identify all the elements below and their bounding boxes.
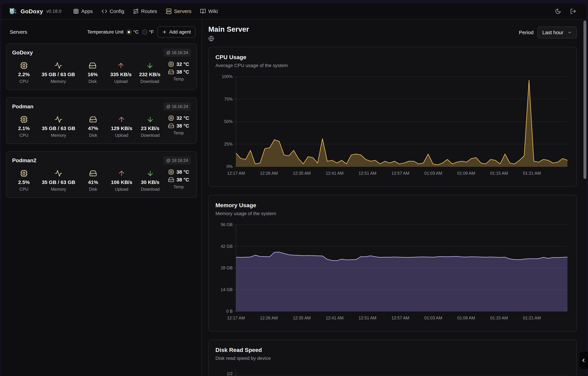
- temperature-unit-option-fahrenheit[interactable]: °F: [142, 29, 154, 35]
- hard-drive-icon: [89, 115, 97, 123]
- navbar-actions: [555, 8, 576, 14]
- svg-text:01:03 AM: 01:03 AM: [424, 315, 442, 320]
- stat-label: Disk: [88, 79, 97, 84]
- stat-value: 2.5%: [18, 179, 30, 185]
- theme-toggle-moon-icon[interactable]: [555, 8, 561, 14]
- stat-disk: 47%Disk: [83, 115, 103, 138]
- cpu-chip-icon: [168, 169, 174, 175]
- sidebar-header: Servers Temperature Unit °C°F Add agent: [6, 20, 197, 43]
- chart-card-disk-read-speed: Disk Read SpeedDisk read speed by device…: [208, 340, 577, 376]
- arrow-down-icon: [146, 169, 154, 177]
- stat-value: 30 KB/s: [141, 179, 160, 185]
- activity-icon: [55, 169, 62, 177]
- period-control: Period Last hour: [519, 27, 577, 38]
- hard-drive-icon: [89, 62, 96, 69]
- activity-icon: [54, 62, 62, 69]
- cpu-chip-icon: [168, 115, 174, 121]
- stat-label: Download: [141, 187, 160, 192]
- chart-title: Disk Read Speed: [215, 347, 570, 353]
- stat-cpu: 2.2%CPU: [14, 61, 34, 84]
- arrow-up-icon: [118, 169, 125, 177]
- main-panel: Main Server Period Last hour CPU UsageAv…: [202, 20, 587, 376]
- server-timestamp: @ 16:16:24: [163, 49, 191, 57]
- stat-temp: 32 °C38 °CTemp: [168, 115, 189, 138]
- hard-drive-icon: [89, 169, 97, 177]
- stat-cpu: 2.1%CPU: [14, 115, 34, 138]
- stat-cpu: 2.5%CPU: [14, 169, 34, 192]
- server-card-list: GoDoxy@ 16:16:242.2%CPU35 GB / 63 GBMemo…: [6, 43, 197, 198]
- nav-item-wiki[interactable]: Wiki: [200, 8, 218, 14]
- brand-name: GoDoxy: [21, 8, 43, 15]
- svg-text:12:51 AM: 12:51 AM: [359, 171, 376, 176]
- stat-memory: 35 GB / 63 GBMemory: [42, 61, 75, 84]
- nav-item-apps[interactable]: Apps: [73, 8, 93, 14]
- svg-text:75%: 75%: [224, 97, 233, 101]
- stat-label: Upload: [115, 133, 128, 138]
- logout-icon[interactable]: [570, 8, 576, 14]
- server-name: Podman2: [12, 157, 163, 164]
- main-scrollbar: [583, 20, 586, 374]
- chart-subtitle: Disk read speed by device: [215, 356, 570, 361]
- stat-label: Temp: [173, 77, 184, 82]
- add-agent-label: Add agent: [169, 29, 191, 35]
- svg-text:01:21 AM: 01:21 AM: [523, 171, 541, 176]
- server-name: GoDoxy: [12, 50, 163, 56]
- grid-icon: [73, 8, 79, 14]
- server-timestamp: @ 16:16:24: [163, 156, 191, 165]
- radio-icon[interactable]: [126, 29, 132, 35]
- scrollbar-thumb[interactable]: [583, 21, 586, 179]
- svg-text:12:35 AM: 12:35 AM: [293, 171, 311, 176]
- charts-area: CPU UsageAverage CPU usage of the system…: [208, 47, 577, 376]
- chevron-left-icon: [581, 357, 586, 363]
- cpu-chip-icon: [20, 169, 28, 177]
- nav-item-label: Servers: [174, 8, 191, 14]
- stat-value: 41%: [88, 179, 98, 185]
- unit-label: °C: [133, 29, 139, 35]
- nav-menu: AppsConfigRoutesServersWiki: [73, 8, 555, 14]
- radio-icon[interactable]: [142, 29, 147, 35]
- stat-value: 2.1%: [18, 125, 30, 131]
- add-agent-button[interactable]: Add agent: [158, 26, 195, 38]
- stat-label: Disk: [89, 133, 97, 138]
- arrow-up-icon: [117, 62, 125, 69]
- svg-text:56 GB: 56 GB: [221, 222, 233, 227]
- svg-text:50%: 50%: [224, 119, 233, 124]
- stat-download: 30 KB/sDownload: [140, 169, 160, 192]
- temp-value: 38 °C: [177, 123, 189, 129]
- godoxy-logo: [9, 7, 18, 16]
- stat-value: 232 KB/s: [139, 72, 160, 77]
- temp-value: 38 °C: [177, 177, 189, 183]
- nav-item-servers[interactable]: Servers: [166, 8, 191, 14]
- svg-text:100%: 100%: [222, 74, 233, 79]
- hard-drive-icon: [168, 177, 174, 183]
- page-title: Main Server: [208, 25, 519, 33]
- hard-drive-icon: [168, 123, 174, 129]
- stat-value: 35 GB / 63 GB: [42, 72, 75, 77]
- svg-text:42 GB: 42 GB: [221, 244, 233, 249]
- chart-plot: 0 B14 GB28 GB42 GB56 GB12:17 AM12:26 AM1…: [215, 222, 570, 326]
- stat-label: Temp: [173, 185, 184, 189]
- stat-label: CPU: [20, 187, 29, 192]
- server-card-godoxy[interactable]: GoDoxy@ 16:16:242.2%CPU35 GB / 63 GBMemo…: [6, 43, 197, 90]
- svg-text:12:51 AM: 12:51 AM: [359, 315, 376, 320]
- svg-text:12:57 AM: 12:57 AM: [391, 315, 409, 320]
- svg-text:14 GB: 14 GB: [221, 287, 233, 292]
- stat-label: CPU: [20, 79, 29, 84]
- server-card-podman[interactable]: Podman@ 16:16:242.1%CPU35 GB / 63 GBMemo…: [6, 97, 197, 144]
- sidebar-title: Servers: [10, 29, 87, 35]
- nav-item-config[interactable]: Config: [101, 8, 124, 14]
- server-name: Podman: [12, 104, 163, 110]
- arrow-down-icon: [146, 115, 154, 123]
- server-card-podman2[interactable]: Podman2@ 16:16:242.5%CPU35 GB / 63 GBMem…: [6, 151, 197, 198]
- stat-value: 335 KB/s: [110, 72, 132, 77]
- svg-text:12:35 AM: 12:35 AM: [293, 315, 311, 320]
- svg-text:1/2MB/s: 1/2MB/s: [223, 371, 233, 376]
- nav-item-routes[interactable]: Routes: [133, 8, 157, 14]
- arrow-down-icon: [146, 62, 154, 69]
- drawer-handle[interactable]: [579, 352, 588, 369]
- period-select[interactable]: Last hour: [538, 27, 577, 38]
- chart-title: Memory Usage: [215, 202, 570, 209]
- temperature-unit-option-celsius[interactable]: °C: [126, 29, 139, 35]
- chart-title: CPU Usage: [215, 54, 570, 61]
- svg-text:12:41 AM: 12:41 AM: [326, 171, 343, 176]
